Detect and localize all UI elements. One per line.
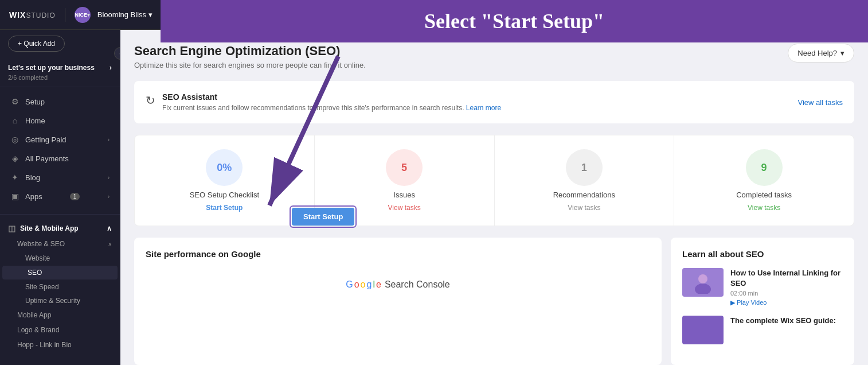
setup-progress: 2/6 completed — [8, 74, 112, 81]
sidebar: + Quick Add ‹ Let's set up your business… — [0, 30, 120, 365]
learn-seo-card: Learn all about SEO How to Use Internal … — [671, 238, 854, 365]
sidebar-item-home[interactable]: ⌂ Home — [2, 111, 118, 130]
sidebar-label-apps: Apps — [25, 192, 42, 201]
setup-title[interactable]: Let's set up your business › — [8, 63, 112, 72]
stats-row: 0% SEO Setup Checklist Start Setup 5 Iss… — [134, 135, 854, 226]
sidebar-item-seo[interactable]: SEO — [2, 266, 118, 279]
section-divider — [0, 214, 120, 215]
sidebar-item-website-seo[interactable]: Website & SEO ∧ — [0, 236, 120, 251]
recommendations-circle: 1 — [566, 149, 603, 186]
site-mobile-title[interactable]: ◫ Site & Mobile App ∧ — [0, 220, 120, 236]
sidebar-item-logo-brand[interactable]: Logo & Brand — [0, 323, 120, 337]
chevron-right-icon: › — [110, 63, 112, 72]
annotation-banner: Select "Start Setup" — [161, 0, 868, 42]
site-mobile-section: ◫ Site & Mobile App ∧ Website & SEO ∧ We… — [0, 218, 120, 355]
site-icon: ◫ — [8, 224, 15, 233]
search-console-label: Search Console — [385, 279, 450, 290]
issues-view-tasks-link[interactable]: View tasks — [388, 204, 421, 212]
performance-title: Site performance on Google — [146, 249, 650, 259]
sidebar-label-all-payments: All Payments — [25, 154, 69, 163]
blog-icon: ✦ — [10, 173, 19, 182]
start-setup-highlight: Start Setup — [290, 205, 357, 228]
chevron-up-icon: ∧ — [108, 241, 112, 247]
wix-logo: WIXSTUDIO — [9, 10, 56, 20]
svg-point-0 — [698, 274, 707, 284]
issues-label: Issues — [393, 191, 415, 199]
recommendations-label: Recommendations — [553, 191, 615, 199]
chevron-right-icon: › — [108, 137, 110, 143]
sidebar-label-getting-paid: Getting Paid — [25, 135, 67, 144]
seo-assistant-title: SEO Assistant — [162, 92, 501, 102]
sidebar-item-setup[interactable]: ⚙ Setup — [2, 92, 118, 111]
learn-item-2: The complete Wix SEO guide: — [682, 316, 843, 344]
page-header: Search Engine Optimization (SEO) Optimiz… — [134, 44, 854, 69]
learn-more-link[interactable]: Learn more — [466, 104, 501, 112]
start-setup-link[interactable]: Start Setup — [206, 204, 243, 212]
site-name-dropdown[interactable]: Blooming Bliss ▾ — [97, 10, 153, 19]
stat-card-checklist: 0% SEO Setup Checklist Start Setup — [135, 135, 314, 226]
google-console-area: Google Search Console — [146, 268, 650, 306]
apps-badge: 1 — [70, 193, 80, 200]
need-help-label: Need Help? — [797, 49, 837, 57]
seo-assistant-info: ↻ SEO Assistant Fix current issues and f… — [146, 92, 501, 112]
chevron-up-icon: ∧ — [107, 224, 112, 232]
checklist-label: SEO Setup Checklist — [190, 191, 259, 199]
sidebar-label-blog: Blog — [25, 173, 40, 182]
sidebar-label-home: Home — [25, 117, 45, 125]
learn-item-title-1: How to Use Internal Linking for SEO — [730, 268, 843, 289]
sidebar-item-all-payments[interactable]: ◈ All Payments — [2, 149, 118, 168]
google-logo: Google Search Console — [157, 279, 639, 290]
seo-assistant-card: ↻ SEO Assistant Fix current issues and f… — [134, 81, 854, 123]
payments-icon: ◈ — [10, 154, 19, 163]
avatar[interactable]: NICE ▾ — [75, 7, 91, 23]
sidebar-item-blog[interactable]: ✦ Blog › — [2, 168, 118, 187]
chevron-right-icon: › — [108, 174, 110, 181]
learn-item-1: How to Use Internal Linking for SEO 02:0… — [682, 268, 843, 306]
quick-add-button[interactable]: + Quick Add — [8, 36, 65, 52]
sidebar-item-website[interactable]: Website — [0, 251, 120, 265]
seo-assistant-desc: Fix current issues and follow recommenda… — [162, 104, 501, 112]
recommendations-view-tasks-link[interactable]: View tasks — [568, 204, 600, 212]
svg-point-1 — [695, 284, 711, 294]
checklist-circle: 0% — [206, 149, 243, 186]
learn-thumbnail-2 — [682, 316, 724, 344]
learn-item-info-1: How to Use Internal Linking for SEO 02:0… — [730, 268, 843, 306]
sidebar-item-getting-paid[interactable]: ◎ Getting Paid › — [2, 130, 118, 149]
setup-icon: ⚙ — [10, 97, 19, 106]
money-icon: ◎ — [10, 135, 19, 144]
sidebar-item-apps[interactable]: ▣ Apps 1 › — [2, 187, 118, 205]
sidebar-item-hopp[interactable]: Hopp - Link in Bio — [0, 337, 120, 352]
sidebar-item-uptime-security[interactable]: Uptime & Security — [0, 294, 120, 308]
learn-thumbnail-1 — [682, 268, 724, 297]
apps-icon: ▣ — [10, 192, 19, 201]
start-setup-button[interactable]: Start Setup — [292, 208, 354, 226]
sidebar-label-setup: Setup — [25, 98, 45, 106]
chevron-down-icon: ▾ — [840, 49, 844, 57]
person-silhouette-icon — [691, 271, 714, 294]
sidebar-label-website-seo: Website & SEO — [17, 240, 65, 248]
sidebar-item-mobile-app[interactable]: Mobile App — [0, 308, 120, 323]
refresh-icon: ↻ — [146, 94, 155, 107]
banner-text: Select "Start Setup" — [424, 10, 604, 33]
sidebar-label-site-mobile: Site & Mobile App — [20, 224, 79, 232]
setup-section: Let's set up your business › 2/6 complet… — [0, 57, 120, 87]
home-icon: ⌂ — [10, 116, 19, 125]
view-all-tasks-link[interactable]: View all tasks — [797, 98, 843, 107]
chevron-down-icon: ▾ — [148, 10, 153, 19]
main-content: Search Engine Optimization (SEO) Optimiz… — [120, 30, 868, 365]
issues-circle: 5 — [386, 149, 423, 186]
sidebar-item-site-speed[interactable]: Site Speed — [0, 280, 120, 294]
learn-title: Learn all about SEO — [682, 249, 843, 259]
bottom-row: Site performance on Google Google Search… — [134, 238, 854, 365]
completed-circle: 9 — [746, 149, 783, 186]
completed-view-tasks-link[interactable]: View tasks — [748, 204, 780, 212]
need-help-button[interactable]: Need Help? ▾ — [788, 44, 854, 63]
learn-item-info-2: The complete Wix SEO guide: — [730, 316, 836, 344]
chevron-right-icon: › — [108, 193, 110, 200]
site-performance-card: Site performance on Google Google Search… — [134, 238, 662, 365]
completed-label: Completed tasks — [736, 191, 792, 199]
page-subtitle: Optimize this site for search engines so… — [134, 61, 366, 69]
play-video-link-1[interactable]: ▶ Play Video — [730, 299, 843, 306]
page-title: Search Engine Optimization (SEO) — [134, 44, 366, 59]
sidebar-nav: ⚙ Setup ⌂ Home ◎ Getting Paid › ◈ All Pa… — [0, 87, 120, 211]
